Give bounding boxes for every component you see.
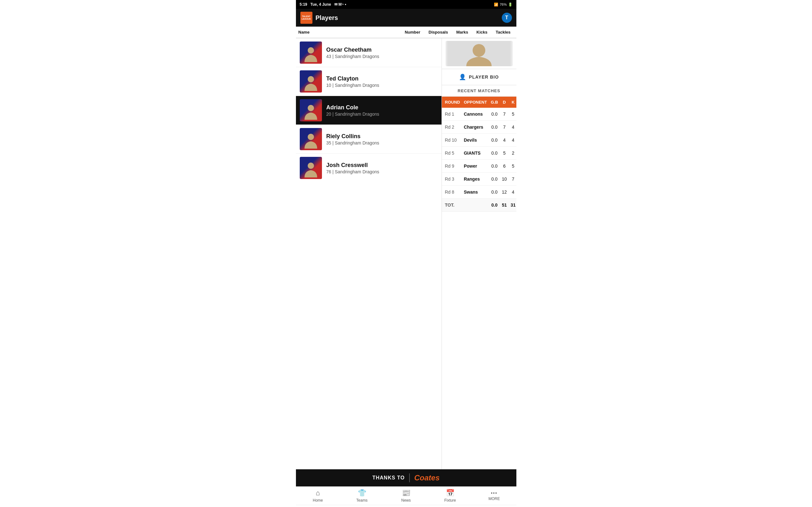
player-item[interactable]: Josh Cresswell 76 | Sandringham Dragons [296,154,442,182]
sort-number[interactable]: Number [405,26,423,38]
player-details: 43 | Sandringham Dragons [326,54,438,59]
telstra-logo: T [502,13,512,23]
sort-tackles[interactable]: Tackles [496,26,514,38]
recent-matches-heading: RECENT MATCHES [442,85,516,97]
sort-kicks[interactable]: Kicks [476,26,491,38]
player-name: Oscar Cheetham [326,47,438,53]
svg-point-2 [308,105,314,111]
app-logo: TALENT LEAGUE [300,12,312,24]
status-indicators: 📶 76%🔋 [494,3,512,7]
android-nav-bar: ||| ○ ‹ [296,505,516,507]
cell-k: 4 [509,121,516,134]
cell-k: 4 [509,186,516,199]
sponsor-thanks-label: THANKS TO [372,475,405,481]
cell-opponent: GIANTS [462,147,489,160]
col-gb: G.B [489,97,500,108]
cell-gb: 0.0 [489,108,500,121]
player-details: 35 | Sandringham Dragons [326,140,438,146]
cell-opponent: Chargers [462,121,489,134]
cell-d: 10 [500,173,509,186]
player-info: Riely Collins 35 | Sandringham Dragons [326,133,438,146]
player-bio-label: PLAYER BIO [469,74,499,79]
status-bar: 5:19 Tue, 4 June ✉ M~ • 📶 76%🔋 [296,0,516,9]
player-name: Josh Cresswell [326,162,438,169]
avatar [300,99,322,121]
nav-more-label: MORE [489,497,500,501]
cell-round: Rd 3 [442,173,462,186]
nav-fixture[interactable]: 📅 Fixture [428,489,472,503]
player-photo-strip [446,41,513,66]
cell-opponent: Ranges [462,173,489,186]
nav-home-label: Home [313,498,323,503]
cell-gb: 0.0 [489,147,500,160]
stats-panel: 👤 PLAYER BIO RECENT MATCHES ROUND OPPONE… [442,38,516,469]
cell-round: Rd 9 [442,160,462,173]
sort-marks[interactable]: Marks [456,26,471,38]
cell-round: Rd 1 [442,108,462,121]
table-row: Rd 3Ranges0.010734120000 [442,173,516,186]
avatar [300,70,322,93]
sponsor-bar: THANKS TO Coates [296,469,516,487]
column-sort-bar: Name Number Disposals Marks Kicks Tackle… [296,26,516,38]
cell-gb: 0.0 [489,160,500,173]
player-item-active[interactable]: Adrian Cole 20 | Sandringham Dragons [296,96,442,125]
cell-gb: 0.0 [489,186,500,199]
player-info: Oscar Cheetham 43 | Sandringham Dragons [326,47,438,59]
player-info: Ted Clayton 10 | Sandringham Dragons [326,75,438,88]
avatar [300,157,322,179]
nav-teams-label: Teams [356,498,367,503]
sort-name[interactable]: Name [299,26,313,38]
cell-k: 5 [509,160,516,173]
svg-point-3 [308,134,314,140]
more-icon: ••• [491,491,498,496]
player-bio-button[interactable]: 👤 PLAYER BIO [442,69,516,85]
cell-round: Rd 5 [442,147,462,160]
cell-k: 4 [509,134,516,147]
stats-table-wrap: ROUND OPPONENT G.B D K H M T RE 50 IN 50… [442,97,516,212]
nav-more[interactable]: ••• MORE [472,491,516,501]
player-info: Adrian Cole 20 | Sandringham Dragons [326,104,438,117]
svg-point-1 [308,76,314,82]
player-info: Josh Cresswell 76 | Sandringham Dragons [326,162,438,174]
cell-d: 51 [500,199,509,212]
stats-table: ROUND OPPONENT G.B D K H M T RE 50 IN 50… [442,97,516,212]
cell-gb: 0.0 [489,173,500,186]
cell-opponent: Power [462,160,489,173]
player-photo-area [442,38,516,69]
cell-round: TOT. [442,199,462,212]
nav-fixture-label: Fixture [444,498,456,503]
cell-round: Rd 2 [442,121,462,134]
player-details: 20 | Sandringham Dragons [326,112,438,117]
table-row: TOT.0.05131201214137013 [442,199,516,212]
cell-k: 7 [509,173,516,186]
bio-icon: 👤 [459,73,466,80]
sponsor-divider [409,473,410,482]
cell-d: 5 [500,147,509,160]
cell-gb: 0.0 [489,121,500,134]
cell-k: 5 [509,108,516,121]
cell-round: Rd 10 [442,134,462,147]
nav-news[interactable]: 📰 News [384,489,428,503]
table-row: Rd 1Cannons0.07521131001 [442,108,516,121]
sponsor-brand-name: Coates [414,473,440,482]
cell-k: 31 [509,199,516,212]
nav-teams[interactable]: 👕 Teams [340,489,384,503]
news-icon: 📰 [402,489,410,497]
cell-d: 4 [500,134,509,147]
svg-point-6 [473,44,485,57]
cell-round: Rd 8 [442,186,462,199]
col-opponent: OPPONENT [462,97,489,108]
nav-home[interactable]: ⌂ Home [296,489,340,503]
player-item[interactable]: Riely Collins 35 | Sandringham Dragons [296,125,442,154]
bottom-navigation: ⌂ Home 👕 Teams 📰 News 📅 Fixture ••• MORE [296,487,516,505]
player-list: Oscar Cheetham 43 | Sandringham Dragons … [296,38,442,469]
sort-disposals[interactable]: Disposals [428,26,451,38]
main-content: Oscar Cheetham 43 | Sandringham Dragons … [296,38,516,469]
player-item[interactable]: Oscar Cheetham 43 | Sandringham Dragons [296,38,442,67]
player-name: Adrian Cole [326,104,438,111]
player-item[interactable]: Ted Clayton 10 | Sandringham Dragons [296,67,442,96]
cell-d: 7 [500,121,509,134]
cell-k: 2 [509,147,516,160]
home-icon: ⌂ [316,489,320,497]
table-header-row: ROUND OPPONENT G.B D K H M T RE 50 IN 50… [442,97,516,108]
